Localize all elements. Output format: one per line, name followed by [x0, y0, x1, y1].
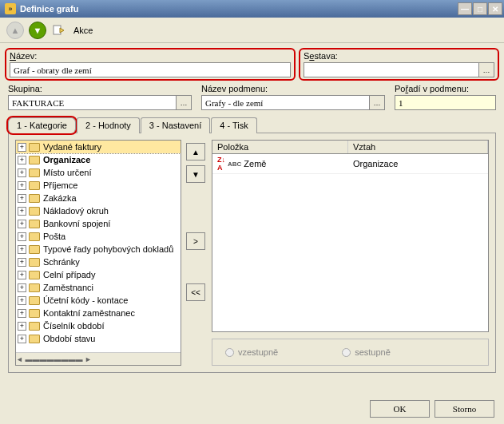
expand-icon[interactable]: +	[18, 181, 26, 190]
folder-icon	[29, 232, 40, 241]
expand-icon[interactable]: +	[18, 258, 26, 267]
tree-item-label: Schránky	[43, 257, 80, 267]
tree-item-label: Vydané faktury	[43, 142, 101, 152]
tree-item[interactable]: +Kontaktní zaměstnanec	[16, 307, 181, 319]
expand-icon[interactable]: +	[18, 143, 26, 152]
skupina-lookup-button[interactable]: …	[177, 95, 192, 110]
tabs: 1 - Kategorie 2 - Hodnoty 3 - Nastavení …	[8, 117, 496, 133]
sort-icon: Z↓A	[217, 156, 225, 172]
expand-icon[interactable]: +	[18, 296, 26, 305]
storno-button[interactable]: Storno	[435, 400, 494, 418]
expand-icon[interactable]: +	[18, 245, 26, 254]
radio-ascending: vzestupně	[225, 347, 278, 357]
tree-item[interactable]: +Bankovní spojení	[16, 217, 181, 230]
tree-item[interactable]: +Celní případy	[16, 268, 181, 281]
tree-item-label: Organizace	[43, 155, 90, 164]
sestava-lookup-button[interactable]: …	[479, 62, 494, 77]
grid-cell-polozka: Země	[244, 159, 266, 168]
folder-icon	[29, 143, 40, 152]
actions-label[interactable]: Akce	[73, 26, 93, 35]
tree-item-label: Kontaktní zaměstnanec	[43, 308, 135, 318]
toolbar: ▲ ▼ Akce	[0, 18, 504, 43]
tab-tisk[interactable]: 4 - Tisk	[211, 117, 256, 133]
folder-icon	[29, 245, 40, 254]
tree-item[interactable]: +Příjemce	[16, 179, 181, 192]
tree-item-label: Příjemce	[43, 180, 77, 190]
expand-icon[interactable]: +	[18, 309, 26, 318]
expand-icon[interactable]: +	[18, 271, 26, 279]
grid-header-polozka[interactable]: Položka	[212, 141, 348, 153]
tree-item[interactable]: +Nákladový okruh	[16, 204, 181, 217]
category-grid[interactable]: Položka Vztah Z↓A ABC Země Organizace	[212, 140, 489, 332]
tree-item-label: Nákladový okruh	[43, 206, 109, 216]
tree-item[interactable]: +Číselník období	[16, 319, 181, 332]
folder-icon	[29, 309, 40, 318]
tree-item-label: Číselník období	[43, 321, 104, 331]
tab-nastaveni[interactable]: 3 - Nastavení	[141, 117, 210, 133]
tree-item-label: Účetní kódy - kontace	[43, 295, 128, 305]
tree-item[interactable]: +Zaměstnanci	[16, 281, 181, 294]
expand-icon[interactable]: +	[18, 168, 26, 177]
grid-header-vztah[interactable]: Vztah	[348, 141, 488, 153]
tree-item[interactable]: +Vydané faktury	[16, 141, 181, 153]
grid-row[interactable]: Z↓A ABC Země Organizace	[212, 154, 488, 174]
move-down-button[interactable]: ▼	[186, 165, 205, 183]
tree-view[interactable]: +Vydané faktury+Organizace+Místo určení+…	[15, 140, 181, 366]
tree-item-label: Bankovní spojení	[43, 219, 110, 228]
remove-all-button[interactable]: <<	[186, 283, 205, 301]
tab-hodnoty[interactable]: 2 - Hodnoty	[77, 117, 140, 133]
expand-icon[interactable]: +	[18, 335, 26, 343]
minimize-button[interactable]: —	[458, 2, 472, 15]
podmenu-label: Název podmenu:	[201, 84, 385, 93]
podmenu-input[interactable]	[201, 95, 370, 110]
folder-icon	[29, 335, 40, 343]
nazev-label: NNázev:ázev:	[10, 51, 291, 61]
tree-item-label: Období stavu	[43, 334, 95, 343]
tree-item-label: Zakázka	[43, 193, 77, 203]
expand-icon[interactable]: +	[18, 220, 26, 228]
nav-back-icon[interactable]: ▲	[6, 22, 24, 39]
grid-cell-vztah: Organizace	[348, 154, 488, 173]
radio-icon	[342, 348, 351, 357]
skupina-input[interactable]	[8, 95, 177, 110]
move-up-button[interactable]: ▲	[186, 143, 205, 160]
expand-icon[interactable]: +	[18, 283, 26, 292]
podmenu-lookup-button[interactable]: …	[370, 95, 385, 110]
sestava-input[interactable]	[304, 62, 479, 77]
expand-icon[interactable]: +	[18, 232, 26, 241]
folder-icon	[29, 168, 40, 177]
tree-scrollbar[interactable]: ◄ ▬▬▬▬▬▬▬▬ ►	[16, 352, 181, 365]
expand-icon[interactable]: +	[18, 156, 26, 164]
tree-item[interactable]: +Typové řady pohybových dokladů	[16, 243, 181, 256]
folder-icon	[29, 283, 40, 292]
tree-item[interactable]: +Účetní kódy - kontace	[16, 294, 181, 307]
folder-icon	[29, 271, 40, 279]
expand-icon[interactable]: +	[18, 207, 26, 216]
app-icon: »	[5, 3, 16, 14]
tree-item[interactable]: +Období stavu	[16, 332, 181, 345]
radio-icon	[225, 348, 234, 357]
poradi-input[interactable]	[395, 95, 496, 110]
expand-icon[interactable]: +	[18, 322, 26, 331]
nazev-input[interactable]	[10, 62, 291, 77]
folder-icon	[29, 296, 40, 305]
tree-item[interactable]: +Organizace	[16, 153, 181, 166]
tree-item-label: Místo určení	[43, 168, 92, 177]
nav-forward-icon[interactable]: ▼	[29, 22, 46, 39]
tree-item[interactable]: +Pošta	[16, 230, 181, 243]
add-button[interactable]: >	[186, 232, 205, 250]
tree-item[interactable]: +Místo určení	[16, 166, 181, 179]
actions-icon[interactable]	[51, 23, 65, 38]
tree-item[interactable]: +Zakázka	[16, 192, 181, 204]
folder-icon	[29, 258, 40, 267]
tab-kategorie[interactable]: 1 - Kategorie	[8, 117, 76, 133]
radio-descending: sestupně	[342, 347, 391, 357]
sestava-label: Sestava:Sestava:	[304, 51, 494, 61]
ok-button[interactable]: OK	[370, 400, 430, 418]
abc-icon: ABC	[228, 160, 241, 168]
expand-icon[interactable]: +	[18, 194, 26, 203]
tree-item[interactable]: +Schránky	[16, 256, 181, 268]
window-title: Definice grafu	[20, 4, 458, 14]
maximize-button[interactable]: □	[473, 2, 487, 15]
close-button[interactable]: ✕	[488, 2, 502, 15]
